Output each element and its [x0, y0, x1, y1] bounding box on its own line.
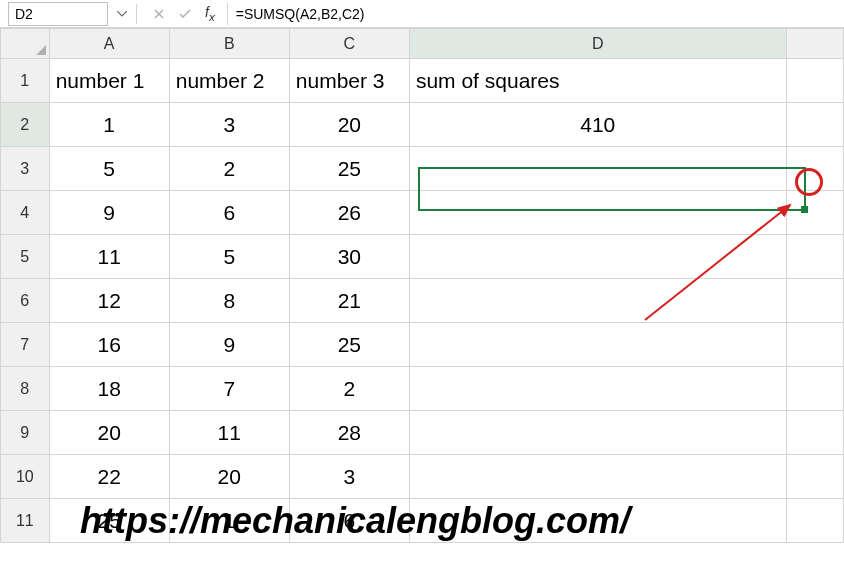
- cell-c9[interactable]: 28: [289, 411, 409, 455]
- cell-b7[interactable]: 9: [169, 323, 289, 367]
- row-header-1[interactable]: 1: [1, 59, 50, 103]
- cell-e2[interactable]: [786, 103, 843, 147]
- cell-e3[interactable]: [786, 147, 843, 191]
- cell-b11[interactable]: 1: [169, 499, 289, 543]
- cell-d7[interactable]: [409, 323, 786, 367]
- name-box-dropdown-icon[interactable]: [112, 11, 132, 17]
- select-all-corner[interactable]: [1, 29, 50, 59]
- row-header-4[interactable]: 4: [1, 191, 50, 235]
- row-header-7[interactable]: 7: [1, 323, 50, 367]
- name-box-value: D2: [15, 6, 33, 22]
- row-header-6[interactable]: 6: [1, 279, 50, 323]
- cell-b3[interactable]: 2: [169, 147, 289, 191]
- cell-c8[interactable]: 2: [289, 367, 409, 411]
- cell-a7[interactable]: 16: [49, 323, 169, 367]
- formula-buttons: fx: [141, 4, 227, 24]
- cell-e4[interactable]: [786, 191, 843, 235]
- cell-c3[interactable]: 25: [289, 147, 409, 191]
- cell-a9[interactable]: 20: [49, 411, 169, 455]
- cell-b2[interactable]: 3: [169, 103, 289, 147]
- row-header-2[interactable]: 2: [1, 103, 50, 147]
- cell-b5[interactable]: 5: [169, 235, 289, 279]
- cell-e7[interactable]: [786, 323, 843, 367]
- cell-d1[interactable]: sum of squares: [409, 59, 786, 103]
- row-header-8[interactable]: 8: [1, 367, 50, 411]
- col-header-d[interactable]: D: [409, 29, 786, 59]
- col-header-a[interactable]: A: [49, 29, 169, 59]
- row-header-5[interactable]: 5: [1, 235, 50, 279]
- cell-b1[interactable]: number 2: [169, 59, 289, 103]
- col-header-b[interactable]: B: [169, 29, 289, 59]
- row-header-3[interactable]: 3: [1, 147, 50, 191]
- cell-a11[interactable]: 25: [49, 499, 169, 543]
- cell-c7[interactable]: 25: [289, 323, 409, 367]
- cell-a6[interactable]: 12: [49, 279, 169, 323]
- cancel-icon[interactable]: [149, 4, 169, 24]
- cell-c5[interactable]: 30: [289, 235, 409, 279]
- cell-e5[interactable]: [786, 235, 843, 279]
- cell-e10[interactable]: [786, 455, 843, 499]
- cell-c11[interactable]: 6: [289, 499, 409, 543]
- cell-b6[interactable]: 8: [169, 279, 289, 323]
- cell-e6[interactable]: [786, 279, 843, 323]
- cell-e1[interactable]: [786, 59, 843, 103]
- row-header-10[interactable]: 10: [1, 455, 50, 499]
- cell-c2[interactable]: 20: [289, 103, 409, 147]
- cell-d4[interactable]: [409, 191, 786, 235]
- cell-b4[interactable]: 6: [169, 191, 289, 235]
- cell-b10[interactable]: 20: [169, 455, 289, 499]
- cell-d10[interactable]: [409, 455, 786, 499]
- name-box[interactable]: D2: [8, 2, 108, 26]
- cell-c6[interactable]: 21: [289, 279, 409, 323]
- cell-a8[interactable]: 18: [49, 367, 169, 411]
- cell-a3[interactable]: 5: [49, 147, 169, 191]
- col-header-c[interactable]: C: [289, 29, 409, 59]
- cell-d6[interactable]: [409, 279, 786, 323]
- cell-a1[interactable]: number 1: [49, 59, 169, 103]
- enter-icon[interactable]: [175, 4, 195, 24]
- spreadsheet-grid: A B C D 1 number 1 number 2 number 3 sum…: [0, 28, 844, 543]
- cell-e9[interactable]: [786, 411, 843, 455]
- cell-a5[interactable]: 11: [49, 235, 169, 279]
- row-header-9[interactable]: 9: [1, 411, 50, 455]
- cell-d11[interactable]: [409, 499, 786, 543]
- cell-a10[interactable]: 22: [49, 455, 169, 499]
- cell-e8[interactable]: [786, 367, 843, 411]
- cell-e11[interactable]: [786, 499, 843, 543]
- cell-d3[interactable]: [409, 147, 786, 191]
- cell-b9[interactable]: 11: [169, 411, 289, 455]
- cell-d5[interactable]: [409, 235, 786, 279]
- col-header-e[interactable]: [786, 29, 843, 59]
- cell-c4[interactable]: 26: [289, 191, 409, 235]
- fx-icon[interactable]: fx: [201, 4, 219, 23]
- cell-d2[interactable]: 410: [409, 103, 786, 147]
- cell-a2[interactable]: 1: [49, 103, 169, 147]
- formula-bar: D2 fx: [0, 0, 844, 28]
- cell-a4[interactable]: 9: [49, 191, 169, 235]
- cell-d8[interactable]: [409, 367, 786, 411]
- cell-d9[interactable]: [409, 411, 786, 455]
- row-header-11[interactable]: 11: [1, 499, 50, 543]
- formula-input[interactable]: [227, 3, 844, 25]
- cell-c10[interactable]: 3: [289, 455, 409, 499]
- cell-c1[interactable]: number 3: [289, 59, 409, 103]
- cell-b8[interactable]: 7: [169, 367, 289, 411]
